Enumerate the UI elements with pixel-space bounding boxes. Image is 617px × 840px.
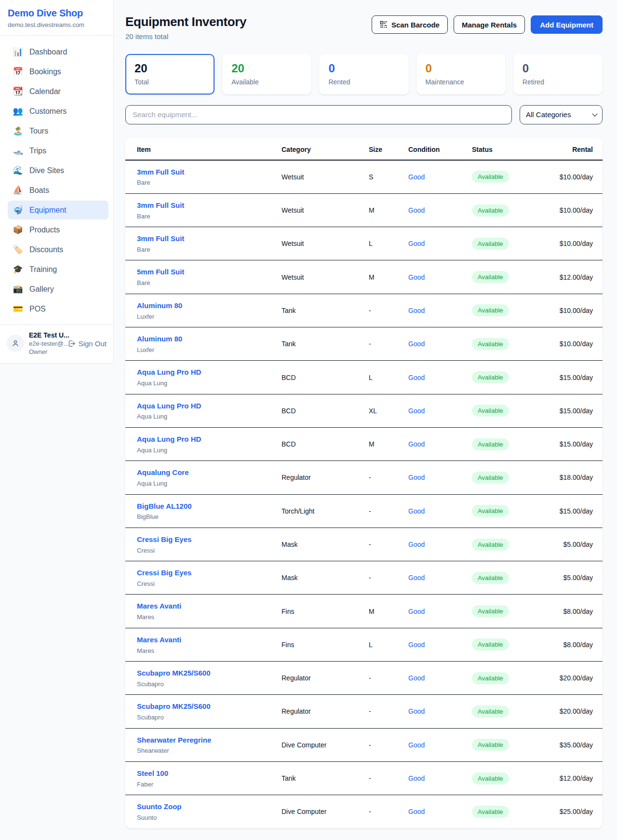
- wave-icon: 🌊: [13, 165, 23, 176]
- sidebar-item-pos[interactable]: 💳 POS: [8, 299, 108, 318]
- item-brand: Cressi: [137, 546, 270, 555]
- sidebar-item-calendar[interactable]: 📆 Calendar: [8, 82, 108, 101]
- item-rental-rate: $10.00/day: [539, 193, 603, 227]
- add-equipment-button[interactable]: Add Equipment: [531, 15, 603, 34]
- item-condition-link[interactable]: Good: [408, 574, 425, 582]
- item-brand: BigBlue: [137, 513, 270, 521]
- sidebar-item-products[interactable]: 📦 Products: [8, 220, 108, 239]
- item-size: -: [369, 695, 408, 728]
- item-category: Wetsuit: [282, 160, 369, 194]
- item-name-link[interactable]: Aluminum 80: [137, 334, 270, 344]
- item-condition-link[interactable]: Good: [408, 741, 425, 749]
- item-name-link[interactable]: Aqua Lung Pro HD: [137, 434, 270, 445]
- category-select[interactable]: All Categories: [520, 105, 603, 124]
- sidebar-item-label: Gallery: [29, 285, 54, 294]
- item-condition-link[interactable]: Good: [408, 440, 425, 448]
- stat-card-available[interactable]: 20 Available: [222, 54, 311, 95]
- item-category: Tank: [282, 327, 369, 361]
- item-name-link[interactable]: Shearwater Peregrine: [137, 735, 270, 745]
- category-select-wrap: All Categories: [520, 105, 603, 124]
- item-condition-link[interactable]: Good: [408, 206, 425, 214]
- item-rental-rate: $8.00/day: [539, 628, 603, 661]
- item-size: L: [369, 361, 408, 394]
- status-badge: Available: [472, 539, 509, 551]
- item-name-link[interactable]: Aqualung Core: [137, 467, 270, 478]
- item-name-link[interactable]: Mares Avanti: [137, 601, 270, 611]
- item-rental-rate: $20.00/day: [539, 695, 603, 728]
- item-name-link[interactable]: 3mm Full Suit: [137, 167, 270, 177]
- item-condition-link[interactable]: Good: [408, 173, 425, 181]
- sidebar-item-dashboard[interactable]: 📊 Dashboard: [8, 42, 108, 61]
- sign-out-button[interactable]: Sign Out: [67, 339, 107, 348]
- item-condition-link[interactable]: Good: [408, 774, 425, 782]
- item-name-link[interactable]: Cressi Big Eyes: [137, 568, 270, 578]
- item-category: Regulator: [282, 695, 369, 728]
- item-condition-link[interactable]: Good: [408, 374, 425, 381]
- item-name-link[interactable]: Suunto Zoop: [137, 801, 270, 812]
- item-brand: Faber: [137, 780, 270, 789]
- item-condition-link[interactable]: Good: [408, 474, 425, 481]
- item-size: M: [369, 260, 408, 294]
- item-condition-link[interactable]: Good: [408, 407, 425, 415]
- header-actions: Scan Barcode Manage Rentals Add Equipmen…: [372, 14, 603, 34]
- item-condition-link[interactable]: Good: [408, 641, 425, 649]
- sidebar-item-tours[interactable]: 🏝️ Tours: [8, 122, 108, 140]
- sidebar-item-discounts[interactable]: 🏷️ Discounts: [8, 240, 108, 259]
- equipment-table: Item Category Size Condition Status Rent…: [125, 138, 603, 828]
- item-name-link[interactable]: Aqua Lung Pro HD: [137, 367, 270, 378]
- scan-barcode-button[interactable]: Scan Barcode: [372, 15, 448, 34]
- item-condition-link[interactable]: Good: [408, 541, 425, 548]
- item-name-link[interactable]: Scubapro MK25/S600: [137, 668, 270, 678]
- status-badge: Available: [472, 405, 509, 417]
- item-name-link[interactable]: Scubapro MK25/S600: [137, 701, 270, 712]
- diving-mask-icon: 🤿: [13, 205, 23, 215]
- item-name-link[interactable]: 3mm Full Suit: [137, 200, 270, 211]
- item-size: -: [369, 327, 408, 361]
- item-condition-link[interactable]: Good: [408, 674, 425, 682]
- search-input[interactable]: [125, 105, 512, 124]
- status-badge: Available: [472, 572, 509, 584]
- item-brand: Luxfer: [137, 312, 270, 321]
- sidebar-nav: 📊 Dashboard 📅 Bookings 📆 Calendar 👥 Cust…: [0, 36, 113, 324]
- status-badge: Available: [472, 739, 509, 751]
- item-name-link[interactable]: Steel 100: [137, 768, 270, 779]
- item-brand: Scubapro: [137, 713, 270, 722]
- item-name-link[interactable]: Aluminum 80: [137, 300, 270, 311]
- item-condition-link[interactable]: Good: [408, 307, 425, 314]
- item-condition-link[interactable]: Good: [408, 340, 425, 348]
- table-row: 3mm Full Suit Bare Wetsuit L Good Availa…: [125, 227, 603, 260]
- stat-card-retired[interactable]: 0 Retired: [513, 54, 603, 95]
- item-condition-link[interactable]: Good: [408, 240, 425, 247]
- status-badge: Available: [472, 806, 509, 818]
- item-name-link[interactable]: Cressi Big Eyes: [137, 534, 270, 545]
- table-row: Aluminum 80 Luxfer Tank - Good Available…: [125, 294, 603, 327]
- sidebar-item-customers[interactable]: 👥 Customers: [8, 102, 108, 121]
- item-condition-link[interactable]: Good: [408, 707, 425, 715]
- item-condition-link[interactable]: Good: [408, 507, 425, 515]
- item-name-link[interactable]: Aqua Lung Pro HD: [137, 401, 270, 411]
- stat-card-maintenance[interactable]: 0 Maintenance: [416, 54, 506, 95]
- sidebar-item-equipment[interactable]: 🤿 Equipment: [8, 201, 108, 219]
- sidebar-item-bookings[interactable]: 📅 Bookings: [8, 62, 108, 81]
- sidebar-item-label: Trips: [29, 147, 46, 155]
- manage-rentals-button[interactable]: Manage Rentals: [454, 15, 525, 34]
- item-condition-link[interactable]: Good: [408, 273, 425, 281]
- item-brand: Aqua Lung: [137, 379, 270, 388]
- item-condition-link[interactable]: Good: [408, 608, 425, 615]
- item-name-link[interactable]: Mares Avanti: [137, 635, 270, 645]
- stat-card-total[interactable]: 20 Total: [125, 54, 215, 95]
- item-name-link[interactable]: 5mm Full Suit: [137, 267, 270, 277]
- sidebar-item-trips[interactable]: 🛥️ Trips: [8, 141, 108, 160]
- sidebar-item-boats[interactable]: ⛵ Boats: [8, 181, 108, 200]
- sidebar-item-training[interactable]: 🎓 Training: [8, 260, 108, 279]
- sidebar-item-gallery[interactable]: 📸 Gallery: [8, 280, 108, 298]
- item-name-link[interactable]: BigBlue AL1200: [137, 501, 270, 512]
- person-icon: [11, 339, 20, 348]
- status-badge: Available: [472, 472, 509, 484]
- item-condition-link[interactable]: Good: [408, 808, 425, 815]
- sidebar-item-dive-sites[interactable]: 🌊 Dive Sites: [8, 161, 108, 180]
- sidebar-item-label: Discounts: [29, 245, 63, 254]
- item-name-link[interactable]: 3mm Full Suit: [137, 233, 270, 244]
- sidebar-item-label: Calendar: [29, 87, 61, 96]
- stat-card-rented[interactable]: 0 Rented: [319, 54, 408, 95]
